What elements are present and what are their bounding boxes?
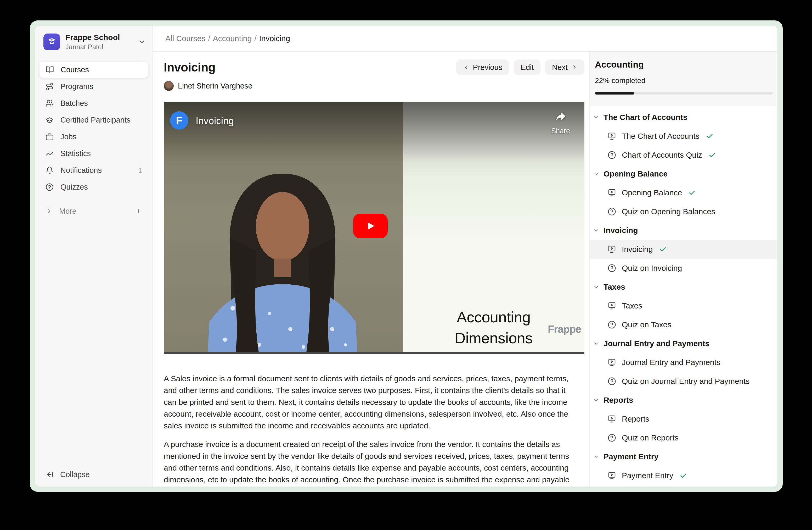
outline-lesson-journal-entry-and-payments[interactable]: Journal Entry and Payments (590, 353, 778, 372)
frappe-school-logo-icon (43, 33, 60, 50)
lesson-body-text: A Sales invoice is a formal document sen… (164, 373, 579, 487)
outline-lesson-quiz-on-journal-entry-and-payments[interactable]: Quiz on Journal Entry and Payments (590, 372, 778, 391)
lesson-paragraph: A Sales invoice is a formal document sen… (164, 373, 579, 432)
chapter-title: Opening Balance (604, 169, 668, 178)
sidebar-item-label: Quizzes (60, 183, 88, 192)
lesson-content: Invoicing Previous Edit (153, 52, 589, 487)
check-icon (659, 246, 667, 253)
breadcrumb: All Courses / Accounting / Invoicing (153, 26, 778, 52)
lesson-label: Invoicing (622, 245, 653, 254)
outline-chapter-reports[interactable]: Reports (590, 391, 778, 409)
chapter-title: Invoicing (604, 226, 638, 235)
chevron-down-icon (593, 114, 599, 121)
sidebar-item-more[interactable]: More (39, 203, 148, 220)
sidebar-item-label: Batches (60, 99, 88, 108)
presenter-silhouette (191, 172, 374, 354)
check-icon (680, 472, 687, 479)
channel-avatar[interactable]: F (170, 111, 188, 130)
plus-icon[interactable] (135, 208, 142, 214)
check-icon (688, 189, 696, 197)
frappe-watermark: Frappe (548, 323, 581, 335)
sidebar-item-programs[interactable]: Programs (39, 78, 148, 95)
breadcrumb-accounting[interactable]: Accounting (213, 34, 252, 43)
outline-chapter-taxes[interactable]: Taxes (590, 278, 778, 296)
monitor-play-icon (608, 358, 616, 367)
outline-lesson-quiz-on-taxes[interactable]: Quiz on Taxes (590, 315, 778, 334)
lesson-label: Payment Entry (622, 471, 673, 480)
sidebar-item-label: Courses (61, 66, 89, 74)
outline-chapter-journal-entry-and-payments[interactable]: Journal Entry and Payments (590, 334, 778, 353)
sidebar-item-label: Notifications (60, 166, 102, 175)
course-outline: Accounting 22% completed The Chart of Ac… (589, 52, 778, 487)
sidebar-item-quizzes[interactable]: Quizzes (39, 179, 148, 195)
edit-button[interactable]: Edit (514, 59, 540, 75)
outline-chapter-the-chart-of-accounts[interactable]: The Chart of Accounts (590, 108, 778, 127)
next-button[interactable]: Next (545, 59, 584, 75)
left-sidebar: Frappe School Jannat Patel CoursesProgra… (35, 26, 153, 487)
help-circle-icon (45, 183, 54, 191)
outline-lesson-quiz-on-opening-balances[interactable]: Quiz on Opening Balances (590, 202, 778, 221)
bell-icon (45, 166, 54, 175)
play-button[interactable] (353, 214, 388, 238)
help-circle-icon (608, 321, 616, 329)
chevron-down-icon (593, 227, 599, 234)
sidebar-item-courses[interactable]: Courses (39, 61, 148, 78)
outline-chapter-opening-balance[interactable]: Opening Balance (590, 165, 778, 183)
lesson-label: Taxes (622, 302, 642, 310)
author-avatar (164, 81, 174, 91)
monitor-play-icon (608, 415, 616, 423)
sidebar-item-jobs[interactable]: Jobs (39, 128, 148, 145)
author-name: Linet Sherin Varghese (178, 82, 252, 90)
chapter-title: Reports (604, 396, 633, 405)
sidebar-item-label: Statistics (60, 149, 91, 158)
breadcrumb-all-courses[interactable]: All Courses (165, 34, 205, 43)
outline-lesson-the-chart-of-accounts[interactable]: The Chart of Accounts (590, 127, 778, 145)
route-icon (45, 83, 54, 90)
lesson-paragraph: A purchase invoice is a document created… (164, 438, 579, 487)
chevron-down-icon (593, 340, 599, 347)
lesson-label: The Chart of Accounts (622, 132, 699, 141)
chapter-title: Taxes (604, 282, 625, 291)
video-overlay-title[interactable]: Invoicing (196, 115, 234, 126)
outline-lesson-taxes[interactable]: Taxes (590, 296, 778, 315)
sidebar-item-label: Certified Participants (60, 116, 131, 124)
outline-chapter-invoicing[interactable]: Invoicing (590, 221, 778, 240)
app-title: Frappe School (66, 33, 120, 42)
outline-chapter-payment-entry[interactable]: Payment Entry (590, 447, 778, 466)
outline-lesson-payment-entry[interactable]: Payment Entry (590, 466, 778, 485)
book-open-icon (46, 66, 54, 74)
sidebar-item-statistics[interactable]: Statistics (39, 145, 148, 162)
video-player[interactable]: F Invoicing Share Accounting (164, 102, 584, 354)
help-circle-icon (608, 151, 616, 159)
share-button[interactable]: Share (543, 111, 578, 135)
outline-lesson-opening-balance[interactable]: Opening Balance (590, 183, 778, 202)
chapter-title: Journal Entry and Payments (604, 339, 709, 348)
chevron-left-icon (463, 64, 469, 70)
app-user: Jannat Patel (66, 43, 120, 51)
progress-bar (595, 92, 773, 95)
breadcrumb-current: Invoicing (259, 34, 290, 43)
lesson-label: Reports (622, 415, 649, 423)
progress-bar-fill (595, 92, 634, 95)
outline-lesson-invoicing[interactable]: Invoicing (590, 240, 778, 259)
outline-lesson-quiz-on-invoicing[interactable]: Quiz on Invoicing (590, 259, 778, 278)
sidebar-item-batches[interactable]: Batches (39, 95, 148, 112)
lesson-label: Quiz on Opening Balances (622, 207, 715, 216)
breadcrumb-separator: / (254, 34, 256, 43)
sidebar-item-notifications[interactable]: Notifications1 (39, 162, 148, 179)
lesson-label: Quiz on Taxes (622, 320, 671, 329)
course-outline-header: Accounting 22% completed (590, 52, 778, 106)
outline-lesson-quiz-on-reports[interactable]: Quiz on Reports (590, 428, 778, 447)
workspace-switcher[interactable]: Frappe School Jannat Patel (43, 33, 146, 51)
sidebar-item-certified-participants[interactable]: Certified Participants (39, 112, 148, 128)
outline-lesson-reports[interactable]: Reports (590, 409, 778, 428)
collapse-sidebar-button[interactable]: Collapse (39, 466, 148, 483)
previous-button[interactable]: Previous (456, 59, 509, 75)
collapse-label: Collapse (60, 470, 90, 479)
chevron-down-icon (138, 38, 146, 46)
monitor-play-icon (608, 471, 616, 480)
share-icon (554, 111, 567, 122)
help-circle-icon (608, 434, 616, 442)
progress-label: 22% completed (595, 76, 773, 85)
outline-lesson-chart-of-accounts-quiz[interactable]: Chart of Accounts Quiz (590, 145, 778, 165)
